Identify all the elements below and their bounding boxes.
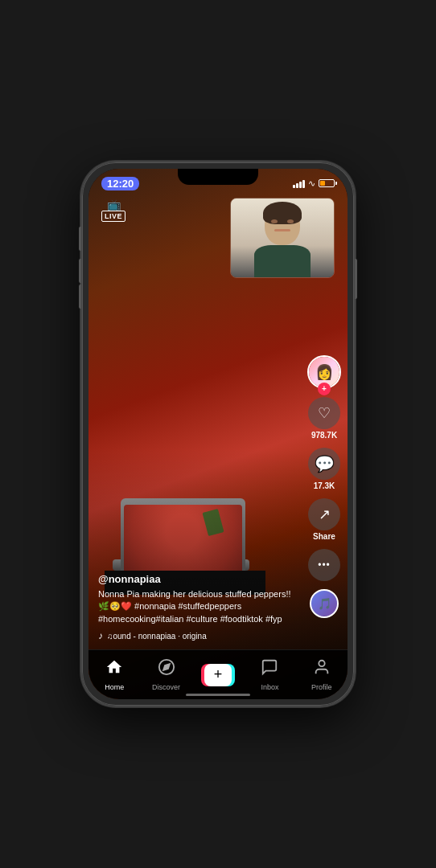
share-action[interactable]: ↗ Share [308, 498, 340, 541]
notch [178, 169, 258, 185]
comment-action[interactable]: 💬 17.3K [308, 448, 340, 490]
profile-label: Profile [311, 683, 332, 691]
music-avatar[interactable]: 🎵 [310, 589, 339, 618]
like-action[interactable]: ♡ 978.7K [308, 397, 340, 440]
signal-bars-icon [293, 178, 305, 188]
discover-label: Discover [152, 683, 180, 691]
svg-marker-1 [163, 664, 170, 670]
nav-home[interactable]: Home [88, 658, 140, 691]
inbox-icon [261, 658, 278, 681]
live-tv-icon: 📺 [107, 199, 121, 211]
nav-inbox[interactable]: Inbox [244, 658, 295, 691]
more-options-button[interactable]: ••• [308, 549, 340, 581]
pip-video[interactable] [230, 198, 335, 278]
home-indicator [186, 694, 250, 696]
sidebar-actions: 👩 + ♡ 978.7K 💬 17.3K ↗ Share ••• [307, 355, 341, 618]
phone-shell: 12:20 ∿ 📺 LIVE [80, 161, 356, 707]
create-button[interactable]: + [201, 664, 235, 686]
video-description: Nonna Pia making her delicious stuffed p… [98, 588, 299, 625]
creator-avatar[interactable]: 👩 + [307, 355, 341, 389]
home-label: Home [105, 683, 124, 691]
nav-create[interactable]: + [192, 664, 244, 686]
create-plus-icon: + [214, 666, 223, 683]
svg-point-2 [319, 661, 324, 666]
nav-discover[interactable]: Discover [140, 658, 191, 691]
live-badge: 📺 LIVE [101, 199, 125, 222]
video-info: @nonnapiaa Nonna Pia making her deliciou… [98, 573, 299, 641]
share-label: Share [313, 532, 335, 541]
nav-profile[interactable]: Profile [296, 658, 348, 691]
follow-button[interactable]: + [318, 383, 331, 395]
music-note-icon: ♪ [98, 630, 103, 641]
heart-icon[interactable]: ♡ [308, 397, 340, 429]
pip-face-bg [231, 199, 334, 277]
like-count: 978.7K [311, 431, 337, 440]
music-bar[interactable]: ♪ ♫ound - nonnapiaa · origina [98, 630, 299, 641]
bottom-nav: Home Discover + [88, 649, 348, 699]
comment-icon[interactable]: 💬 [308, 448, 340, 480]
battery-icon [319, 179, 335, 187]
home-icon [105, 658, 123, 681]
status-icons: ∿ [293, 178, 335, 189]
creator-username[interactable]: @nonnapiaa [98, 573, 299, 585]
wifi-icon: ∿ [308, 178, 315, 189]
comment-count: 17.3K [314, 481, 335, 490]
inbox-label: Inbox [261, 683, 278, 691]
music-title: ♫ound - nonnapiaa · origina [107, 632, 207, 641]
pip-person [250, 205, 315, 277]
status-time: 12:20 [101, 177, 139, 190]
phone-screen: 12:20 ∿ 📺 LIVE [88, 169, 348, 699]
live-text: LIVE [101, 211, 125, 222]
share-icon[interactable]: ↗ [308, 498, 340, 530]
profile-icon [313, 658, 331, 681]
discover-icon [158, 658, 175, 681]
